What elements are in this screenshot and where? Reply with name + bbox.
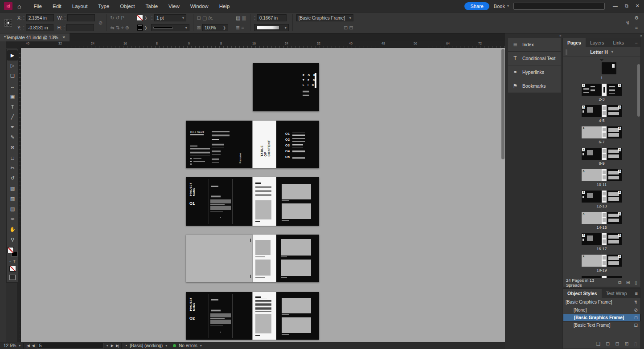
y-field[interactable]: [26, 24, 53, 31]
error-status[interactable]: No errors: [179, 343, 197, 348]
stroke-color-swatch[interactable]: [137, 15, 143, 21]
formatting-container-icon[interactable]: ▫: [9, 259, 11, 264]
gradient-feather-tool[interactable]: ▨: [7, 194, 18, 204]
preflight-profile[interactable]: [Basic] (working): [130, 343, 163, 348]
x-stepper[interactable]: ⌃⌄: [23, 16, 25, 20]
rectangle-tool[interactable]: □: [7, 153, 18, 163]
formatting-text-icon[interactable]: T: [13, 259, 16, 264]
share-button[interactable]: Share: [464, 2, 489, 10]
screen-mode-button[interactable]: [9, 275, 16, 280]
page-list-chevron-icon[interactable]: ▾: [107, 344, 108, 348]
selection-tool[interactable]: ▶: [7, 50, 18, 61]
scale-icon[interactable]: ⊠: [197, 24, 201, 31]
scale-percent-select[interactable]: 100%❯: [202, 24, 228, 31]
spread-page-1-cover[interactable]: P O RT F OL I O: [253, 63, 319, 111]
gap-stepper[interactable]: ⌃⌄: [254, 16, 256, 20]
clear-overrides-icon[interactable]: ⊡: [344, 24, 348, 31]
fill-color-swatch[interactable]: [137, 24, 143, 31]
menu-type[interactable]: Type: [93, 0, 115, 12]
pages-scrollbar[interactable]: [637, 64, 640, 117]
stroke-swatch-expand-icon[interactable]: ❯: [144, 16, 148, 20]
line-tool[interactable]: ╱: [7, 112, 18, 122]
move-icon[interactable]: ⊕: [125, 24, 129, 31]
zoom-tool[interactable]: ⚲: [7, 235, 18, 245]
gap-tool[interactable]: ↔: [7, 81, 18, 91]
page-number-field[interactable]: [37, 343, 104, 349]
last-page-button[interactable]: ▶|: [116, 344, 119, 348]
direct-selection-tool[interactable]: ▷: [7, 61, 18, 71]
panel-menu-icon[interactable]: ≡: [635, 40, 640, 45]
page-thumb-2-3[interactable]: A A 2-3: [563, 84, 640, 105]
next-page-button[interactable]: ▶: [111, 344, 113, 348]
stroke-type-select[interactable]: ▾: [151, 24, 189, 31]
menu-layout[interactable]: Layout: [67, 0, 93, 12]
y-stepper[interactable]: ⌃⌄: [23, 26, 25, 29]
fill-stroke-swatches[interactable]: [8, 247, 17, 257]
gap-field[interactable]: [257, 14, 287, 21]
tab-pages[interactable]: Pages: [563, 38, 586, 47]
zoom-level[interactable]: 12.5%: [4, 343, 16, 348]
toc-list-page[interactable]: O1 O2 O3 O4 O5: [276, 121, 319, 168]
spread-2-3-toc[interactable]: FULL NAME Resume TABLE OF CONTENT: [186, 121, 319, 168]
document-tab[interactable]: *Template 41.indd @ 13% ✕: [0, 33, 70, 41]
panel-button-conditional-text[interactable]: TConditional Text: [508, 52, 561, 65]
cover-page[interactable]: P O RT F OL I O: [253, 63, 319, 111]
menu-view[interactable]: View: [163, 0, 185, 12]
preflight-chevron-icon[interactable]: ▾: [165, 344, 167, 348]
tab-text-wrap[interactable]: Text Wrap: [602, 289, 632, 298]
project-text-panel[interactable]: [253, 292, 276, 340]
h-field[interactable]: [66, 24, 94, 31]
text-wrap-none-icon[interactable]: ▤: [236, 14, 240, 21]
text-wrap-bounding-icon[interactable]: ▥: [242, 14, 246, 21]
reference-point-proxy[interactable]: [4, 19, 12, 27]
corner-options-icon[interactable]: ⊡: [197, 14, 201, 21]
project-intro-page[interactable]: PROJECT NAME O1: [186, 177, 253, 226]
stroke-weight-select[interactable]: 1 pt▾: [154, 14, 186, 21]
menu-window[interactable]: Window: [185, 0, 214, 12]
style-row-none[interactable]: [None] ⊘: [563, 306, 640, 314]
pen-tool[interactable]: ✒: [7, 122, 18, 132]
clear-attributes-icon[interactable]: ⊟: [349, 24, 353, 31]
menu-file[interactable]: File: [28, 0, 47, 12]
preflight-icon[interactable]: ◔: [124, 343, 127, 348]
gear-icon[interactable]: ⚙: [634, 14, 639, 21]
edit-page-size-icon[interactable]: ⧉: [618, 280, 622, 285]
clear-attributes-icon[interactable]: ⊟: [615, 341, 619, 347]
object-style-select[interactable]: [Basic Graphics Frame]▾: [296, 14, 353, 21]
w-field[interactable]: [67, 14, 95, 21]
effects-fx-button[interactable]: fx.: [208, 14, 213, 21]
spread-6-7-image[interactable]: [186, 235, 319, 282]
distribute-objects-icon[interactable]: ≡: [241, 24, 244, 31]
fill-swatch-none[interactable]: [8, 247, 14, 253]
master-page-row[interactable]: Letter H ▾: [563, 47, 640, 57]
rotate-ccw-icon[interactable]: ↺: [115, 14, 119, 21]
first-page-button[interactable]: |◀: [26, 344, 29, 348]
panel-menu-icon[interactable]: ≡: [635, 24, 638, 31]
flip-horizontal-icon[interactable]: ⇋: [110, 24, 114, 31]
tab-links[interactable]: Links: [608, 38, 628, 47]
gradient-swatch-tool[interactable]: ▧: [7, 183, 18, 194]
new-style-icon[interactable]: ⊞: [625, 341, 629, 347]
zoom-chevron-icon[interactable]: ▾: [19, 344, 21, 348]
note-tool[interactable]: ▤: [7, 204, 18, 214]
document-canvas[interactable]: P O RT F OL I O FULL NAME: [21, 48, 505, 342]
panel-button-bookmarks[interactable]: ⚑Bookmarks: [508, 79, 561, 93]
full-image-page[interactable]: [186, 235, 253, 282]
page-thumb-16-17[interactable]: A A 16-17: [563, 233, 640, 255]
toc-title-panel[interactable]: TABLE OF CONTENT: [253, 121, 276, 168]
new-page-icon[interactable]: ⊞: [626, 280, 630, 285]
close-tab-icon[interactable]: ✕: [62, 35, 66, 40]
style-row-basic-graphics-frame[interactable]: [Basic Graphics Frame] □: [563, 314, 640, 321]
page-thumb-4-5[interactable]: A A 4-5: [563, 105, 640, 126]
tab-layers[interactable]: Layers: [586, 38, 609, 47]
flip-vertical-icon[interactable]: ⇅: [115, 24, 119, 31]
images-page[interactable]: [276, 235, 319, 282]
anchor-marker-icon[interactable]: P: [121, 14, 124, 21]
page-tool[interactable]: ❏: [7, 71, 18, 81]
color-theme-tool[interactable]: ✑: [7, 214, 18, 224]
menu-edit[interactable]: Edit: [47, 0, 67, 12]
horizontal-ruler[interactable]: 40 32 24 16 8 0 8 16 24 32 40 48 56 64 7…: [21, 41, 505, 48]
frame-tool[interactable]: ⊠: [7, 142, 18, 153]
tab-object-styles[interactable]: Object Styles: [563, 289, 602, 298]
resume-page[interactable]: FULL NAME Resume: [186, 121, 253, 168]
